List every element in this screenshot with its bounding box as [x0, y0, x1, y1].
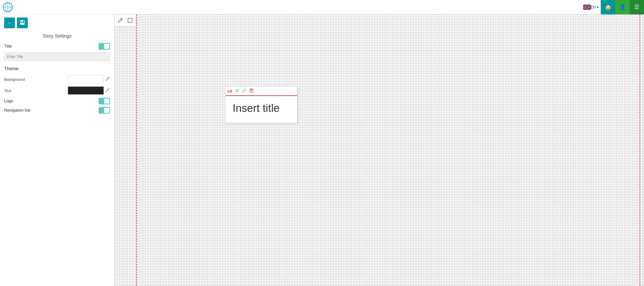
navbar-right: EN ▾ 🏠 👤 ☰: [583, 0, 644, 14]
hamburger-icon: ☰: [634, 4, 639, 11]
svg-rect-26: [250, 90, 253, 92]
save-button[interactable]: [17, 17, 28, 28]
title-widget-content[interactable]: Insert title: [225, 96, 297, 123]
svg-rect-16: [21, 20, 23, 22]
logo-toggle-knob: [104, 99, 109, 104]
pencil-icon: [118, 18, 123, 23]
background-color-row: Background: [4, 75, 110, 83]
sidebar: ← Story Settings Title: [0, 14, 114, 286]
svg-line-25: [244, 89, 245, 90]
home-button[interactable]: 🏠: [601, 0, 615, 14]
back-icon: ←: [7, 20, 12, 26]
svg-line-20: [121, 19, 122, 20]
title-setting-row: Title: [4, 43, 110, 50]
widget-delete-icon[interactable]: [249, 88, 254, 94]
toggle-knob: [104, 44, 109, 49]
title-label: Title: [4, 44, 12, 49]
back-button[interactable]: ←: [4, 17, 15, 28]
title-widget[interactable]: LG: [225, 86, 297, 123]
svg-rect-19: [106, 91, 107, 92]
background-label: Background: [4, 77, 25, 82]
logo-setting-row: Logo: [4, 98, 110, 104]
navigation-bar-toggle-knob: [104, 108, 109, 113]
background-color-container: [68, 75, 110, 83]
svg-rect-21: [128, 18, 132, 22]
svg-rect-18: [106, 80, 107, 81]
logo-toggle[interactable]: [99, 98, 110, 104]
save-icon: [20, 20, 25, 26]
lang-label: EN: [591, 5, 596, 9]
flag-icon: [583, 5, 591, 10]
text-eyedropper-icon[interactable]: [105, 88, 110, 94]
sidebar-content: Title Theme Background: [0, 43, 114, 116]
canvas-area[interactable]: LG: [114, 14, 644, 286]
title-toggle[interactable]: [99, 43, 110, 50]
language-selector[interactable]: EN ▾: [583, 5, 599, 10]
text-color-container: [68, 86, 110, 95]
user-icon: 👤: [619, 4, 626, 11]
navigation-bar-toggle[interactable]: [99, 107, 110, 114]
dashed-line-right: [640, 14, 640, 286]
widget-edit-icon[interactable]: [242, 88, 247, 94]
user-button[interactable]: 👤: [615, 0, 630, 14]
background-eyedropper-icon[interactable]: [105, 76, 110, 82]
background-color-swatch[interactable]: [68, 75, 104, 83]
logo-label: Logo: [4, 99, 13, 103]
grid-canvas: [114, 14, 644, 286]
theme-label: Theme: [4, 66, 110, 72]
svg-rect-17: [21, 23, 24, 24]
dashed-line-left: [136, 14, 137, 286]
title-input[interactable]: [4, 52, 110, 61]
main-layout: ← Story Settings Title: [0, 14, 644, 286]
expand-icon: [128, 18, 133, 23]
menu-button[interactable]: ☰: [630, 0, 644, 14]
widget-size-label: LG: [227, 89, 232, 93]
navigation-bar-setting-row: Navigation bar: [4, 107, 110, 114]
story-settings-title: Story Settings: [0, 31, 114, 43]
globe-icon: [3, 2, 13, 12]
widget-align-icon[interactable]: [235, 88, 239, 94]
expand-tool-button[interactable]: [125, 16, 135, 25]
sidebar-toolbar: ←: [0, 14, 114, 31]
text-color-swatch[interactable]: [68, 86, 104, 95]
navbar: EN ▾ 🏠 👤 ☰: [0, 0, 644, 14]
pencil-tool-button[interactable]: [116, 16, 125, 25]
title-widget-toolbar: LG: [225, 87, 297, 96]
navigation-bar-label: Navigation bar: [4, 108, 31, 113]
home-icon: 🏠: [605, 4, 612, 11]
canvas-toolbar: [114, 14, 136, 26]
text-color-row: Text: [4, 86, 110, 95]
chevron-down-icon: ▾: [597, 5, 599, 9]
text-color-label: Text: [4, 88, 11, 93]
navbar-left: [0, 2, 13, 12]
